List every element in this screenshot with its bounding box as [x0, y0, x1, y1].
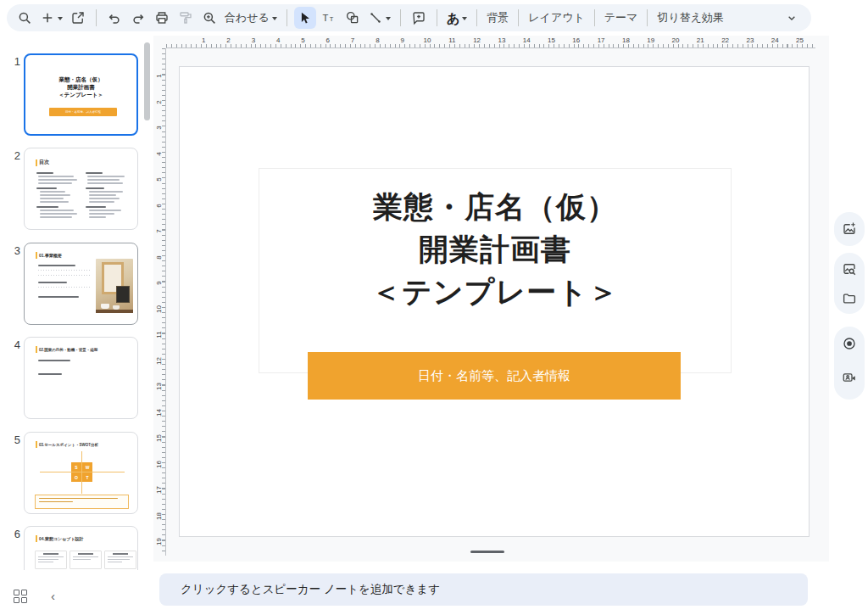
slide-number: 5	[8, 433, 20, 446]
slide-thumbnail-3[interactable]: 01.事業概要	[24, 243, 138, 325]
theme-label: テーマ	[604, 10, 638, 25]
redo-button[interactable]	[127, 7, 149, 29]
layout-button[interactable]: レイアウト	[526, 7, 587, 29]
slide-editor[interactable]: 業態・店名（仮） 開業計画書 ＜テンプレート＞ 日付・名前等、記入者情報	[179, 66, 810, 537]
background-button[interactable]: 背景	[484, 7, 511, 29]
slide-thumbnail-2[interactable]: 目次	[24, 148, 138, 230]
thumb2-heading: 目次	[36, 159, 49, 166]
open-in-new-button[interactable]	[67, 7, 89, 29]
filmstrip-scrollbar[interactable]	[144, 42, 150, 120]
chevron-down-icon	[462, 17, 467, 20]
record-button[interactable]	[834, 328, 865, 359]
zoom-button[interactable]	[198, 7, 220, 29]
background-label: 背景	[487, 10, 509, 25]
insert-comment-button[interactable]	[408, 7, 430, 29]
text-style-dropdown[interactable]: あ	[444, 7, 470, 29]
grid-view-button[interactable]	[14, 590, 27, 603]
ruler-number: 4	[155, 147, 163, 160]
text-box-button[interactable]: TT	[318, 7, 340, 29]
ruler-number: 7	[345, 36, 360, 44]
ruler-number: 11	[444, 36, 459, 44]
svg-text:T: T	[322, 13, 328, 23]
select-tool-button[interactable]	[294, 7, 316, 29]
toolbar-divider	[647, 9, 648, 26]
print-button[interactable]	[151, 7, 173, 29]
new-slide-button[interactable]	[37, 7, 65, 29]
ruler-number: 1	[196, 36, 211, 44]
fit-zoom-dropdown[interactable]: 合わせる	[222, 7, 280, 29]
ruler-number: 14	[519, 36, 534, 44]
ruler-number: 5	[155, 173, 163, 187]
toolbar-divider	[518, 9, 519, 26]
ruler-number: 15	[544, 36, 559, 44]
ruler-number: 25	[793, 36, 808, 44]
ruler-number: 19	[155, 535, 163, 549]
print-icon	[154, 10, 170, 25]
slide-title: 業態・店名（仮） 開業計画書 ＜テンプレート＞	[259, 186, 731, 313]
search-menus-button[interactable]	[14, 7, 36, 29]
filmstrip-panel: 1 業態・店名（仮） 開業計画書 ＜テンプレート＞ 日付・名前等、記入者情報 2…	[0, 36, 153, 615]
slide-thumbnail-5[interactable]: 03.セールスポイント・SWOT分析 S W O T	[24, 432, 138, 514]
ruler-number: 13	[155, 380, 163, 394]
notes-resize-handle[interactable]	[470, 551, 504, 553]
theme-button[interactable]: テーマ	[602, 7, 641, 29]
ruler-number: 12	[155, 354, 163, 367]
title-text-box[interactable]: 業態・店名（仮） 開業計画書 ＜テンプレート＞	[259, 168, 732, 373]
undo-button[interactable]	[103, 7, 125, 29]
search-icon	[17, 10, 32, 25]
ruler-number: 2	[221, 36, 236, 44]
paint-format-button[interactable]	[175, 7, 197, 29]
notes-row: クリックするとスピーカー ノートを追加できます	[153, 562, 868, 615]
shape-icon	[345, 10, 360, 25]
ruler-number: 1	[155, 70, 163, 83]
ruler-number: 12	[470, 36, 485, 44]
thumb5-note-box	[35, 495, 129, 509]
ruler-number: 6	[155, 198, 163, 212]
ruler-number: 5	[296, 36, 311, 44]
thumb5-heading: 03.セールスポイント・SWOT分析	[36, 441, 98, 448]
transition-button[interactable]: 切り替え効果	[654, 7, 726, 29]
toolbar-divider	[476, 9, 477, 26]
speaker-notes-input[interactable]: クリックするとスピーカー ノートを追加できます	[159, 573, 808, 606]
ruler-number: 20	[668, 36, 683, 44]
thumb6-heading: 04.業態コンセプト設計	[36, 535, 84, 542]
ruler-number: 21	[693, 36, 708, 44]
ruler-number: 3	[155, 121, 163, 135]
toolbar-divider	[437, 9, 437, 26]
slide-thumbnail-4[interactable]: 02.開業の目的・動機・背景・経歴	[24, 337, 138, 419]
transition-label: 切り替え効果	[657, 10, 724, 25]
insert-image-button[interactable]	[834, 214, 865, 244]
side-panel-rail	[829, 36, 868, 615]
slide-thumbnail-6[interactable]: 04.業態コンセプト設計	[24, 526, 138, 570]
thumb1-title: 業態・店名（仮） 開業計画書 ＜テンプレート＞	[25, 75, 136, 98]
ruler-number: 15	[155, 432, 163, 445]
toolbar-divider	[594, 9, 595, 26]
add-image-icon	[842, 221, 857, 237]
ruler-number: 23	[743, 36, 758, 44]
ruler-number: 3	[246, 36, 261, 44]
line-icon	[368, 10, 383, 25]
hide-menus-button[interactable]	[781, 7, 803, 29]
folder-button[interactable]	[834, 283, 865, 314]
ruler-number: 9	[155, 277, 163, 290]
record-icon	[842, 336, 857, 351]
toolbar-divider	[287, 9, 287, 26]
explore-images-button[interactable]	[834, 254, 865, 284]
thumb3-photo	[96, 259, 133, 313]
slide-thumbnail-1[interactable]: 業態・店名（仮） 開業計画書 ＜テンプレート＞ 日付・名前等、記入者情報	[24, 53, 138, 136]
slide-number: 3	[8, 244, 20, 257]
shape-button[interactable]	[342, 7, 364, 29]
line-tool-button[interactable]	[365, 7, 393, 29]
chevron-down-icon	[785, 11, 798, 25]
folder-icon	[842, 291, 857, 306]
ruler-number: 10	[155, 302, 163, 316]
paint-roller-icon	[178, 10, 193, 25]
meet-camera-button[interactable]	[834, 362, 865, 393]
slide-number: 4	[8, 338, 20, 351]
collapse-filmstrip-button[interactable]: ‹	[51, 590, 55, 602]
cursor-icon	[298, 10, 313, 25]
slide-number: 1	[8, 55, 20, 68]
speaker-notes-placeholder: クリックするとスピーカー ノートを追加できます	[181, 582, 440, 597]
ruler-number: 6	[320, 36, 336, 44]
subtitle-banner[interactable]: 日付・名前等、記入者情報	[308, 352, 681, 400]
